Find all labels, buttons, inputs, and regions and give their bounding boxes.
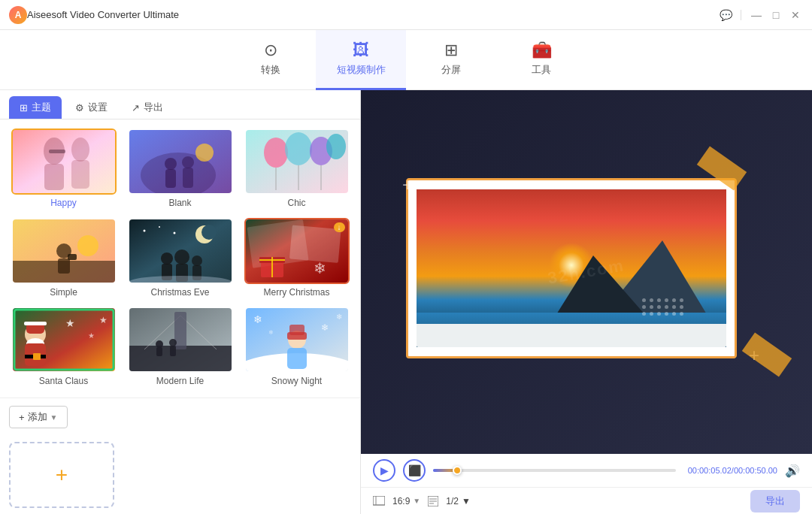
theme-merry-christmas-label: Merry Christmas xyxy=(263,287,329,298)
theme-simple[interactable]: Simple xyxy=(9,218,118,300)
progress-bar[interactable] xyxy=(433,469,676,472)
add-icon: + xyxy=(19,412,25,423)
theme-santa-claus[interactable]: ★ ★ ★ Santa Claus xyxy=(9,307,118,389)
maximize-button[interactable]: □ xyxy=(768,8,783,23)
svg-point-65 xyxy=(156,340,163,348)
progress-thumb[interactable] xyxy=(453,466,462,475)
close-button[interactable]: ✕ xyxy=(788,8,803,23)
media-drop-zone[interactable]: + xyxy=(9,442,114,508)
svg-point-14 xyxy=(264,138,288,168)
window-controls: 💬 — □ ✕ xyxy=(718,8,803,23)
add-button[interactable]: + 添加 ▼ xyxy=(9,406,68,428)
svg-point-29 xyxy=(201,225,217,240)
svg-rect-52 xyxy=(24,322,47,325)
nav-split[interactable]: ⊞ 分屏 xyxy=(406,30,496,90)
svg-rect-74 xyxy=(289,325,304,335)
add-label: 添加 xyxy=(28,410,47,424)
theme-chic[interactable]: Chic xyxy=(242,128,351,210)
theme-modern-life-label: Modern Life xyxy=(156,376,204,386)
nav-mv[interactable]: 🖼 短视频制作 xyxy=(316,30,406,90)
theme-grid: ✓ xyxy=(0,119,360,398)
photo-landscape xyxy=(417,189,726,348)
add-media-cross-topleft[interactable]: + xyxy=(402,174,413,195)
slide-preview: + + xyxy=(391,163,782,381)
svg-point-10 xyxy=(182,156,194,168)
play-button[interactable]: ▶ xyxy=(373,459,395,482)
theme-merry-christmas[interactable]: ↓ xyxy=(242,218,351,300)
svg-text:❄: ❄ xyxy=(268,329,274,336)
photo-frame xyxy=(406,178,737,358)
svg-point-8 xyxy=(165,158,177,170)
tab-bar: ⊞ 主题 ⚙ 设置 ↗ 导出 xyxy=(0,90,360,119)
dot-pattern xyxy=(642,298,684,316)
export-button[interactable]: 导出 xyxy=(750,490,800,512)
theme-tab-icon: ⊞ xyxy=(20,102,28,113)
preview-area: 32h.com + + xyxy=(361,90,812,454)
page-value: 1/2 xyxy=(446,496,459,506)
svg-text:❄: ❄ xyxy=(321,322,329,333)
right-panel: 32h.com + + xyxy=(361,90,812,514)
tab-settings[interactable]: ⚙ 设置 xyxy=(65,96,118,119)
app-title: Aiseesoft Video Converter Ultimate xyxy=(27,9,718,20)
plus-icon: + xyxy=(56,463,68,487)
nav-mv-label: 短视频制作 xyxy=(337,63,386,77)
nav-split-label: 分屏 xyxy=(441,63,461,77)
nav-convert[interactable]: ⊙ 转换 xyxy=(226,30,316,90)
svg-text:❄: ❄ xyxy=(314,260,326,277)
total-time: 00:00:50.00 xyxy=(734,466,777,475)
ratio-value: 16:9 xyxy=(392,496,410,506)
theme-blank-label: Blank xyxy=(168,198,191,208)
svg-rect-3 xyxy=(44,164,64,190)
svg-point-15 xyxy=(285,132,312,165)
svg-rect-79 xyxy=(373,496,385,505)
titlebar: A Aiseesoft Video Converter Ultimate 💬 —… xyxy=(0,0,812,30)
svg-text:★: ★ xyxy=(99,315,108,325)
separator xyxy=(741,10,741,20)
svg-point-12 xyxy=(195,144,214,162)
page-dropdown-icon: ▼ xyxy=(462,496,471,506)
tab-export[interactable]: ↗ 导出 xyxy=(121,96,174,119)
svg-point-67 xyxy=(169,339,177,346)
theme-chic-label: Chic xyxy=(287,198,305,208)
app-logo: A xyxy=(9,6,27,24)
ratio-selector[interactable]: 16:9 ▼ xyxy=(392,496,420,506)
settings-tab-icon: ⚙ xyxy=(75,102,84,113)
add-area: + 添加 ▼ xyxy=(0,398,360,436)
svg-text:❄: ❄ xyxy=(253,313,262,325)
stop-button[interactable]: ⬛ xyxy=(403,459,426,482)
svg-rect-24 xyxy=(58,259,70,274)
chat-button[interactable]: 💬 xyxy=(718,8,733,23)
svg-rect-25 xyxy=(68,254,77,260)
theme-christmas-eve[interactable]: Christmas Eve xyxy=(126,218,235,300)
page-icon xyxy=(428,496,438,506)
svg-point-37 xyxy=(192,255,202,266)
theme-modern-life[interactable]: Modern Life xyxy=(126,307,235,389)
export-tab-label: 导出 xyxy=(144,101,163,114)
volume-icon[interactable]: 🔊 xyxy=(785,464,800,478)
main-area: ⊞ 主题 ⚙ 设置 ↗ 导出 ✓ xyxy=(0,90,812,514)
theme-blank[interactable]: Blank xyxy=(126,128,235,210)
aspect-ratio-icon xyxy=(373,496,385,506)
minimize-button[interactable]: — xyxy=(749,8,764,23)
svg-rect-4 xyxy=(71,160,89,189)
svg-rect-9 xyxy=(165,169,176,188)
theme-snowy-night-label: Snowy Night xyxy=(271,376,322,386)
svg-text:❄: ❄ xyxy=(336,313,342,321)
theme-snowy-night[interactable]: ❄ ❄ ❄ ❄ Snowy Night xyxy=(242,307,351,389)
left-panel: ⊞ 主题 ⚙ 设置 ↗ 导出 ✓ xyxy=(0,90,361,514)
stop-icon: ⬛ xyxy=(408,464,421,476)
svg-text:★: ★ xyxy=(65,317,75,329)
nav-tools-label: 工具 xyxy=(532,63,551,77)
theme-happy[interactable]: ✓ xyxy=(9,128,118,210)
tools-icon: 🧰 xyxy=(532,41,552,60)
navbar: ⊙ 转换 🖼 短视频制作 ⊞ 分屏 🧰 工具 xyxy=(0,30,812,90)
nav-tools[interactable]: 🧰 工具 xyxy=(496,30,586,90)
page-selector[interactable]: 1/2 ▼ xyxy=(446,496,471,506)
svg-point-17 xyxy=(326,134,346,159)
download-badge: ↓ xyxy=(334,222,345,232)
mv-icon: 🖼 xyxy=(353,41,369,60)
svg-rect-68 xyxy=(170,346,176,356)
tab-theme[interactable]: ⊞ 主题 xyxy=(9,96,62,119)
svg-point-33 xyxy=(161,252,173,265)
convert-icon: ⊙ xyxy=(264,41,277,60)
